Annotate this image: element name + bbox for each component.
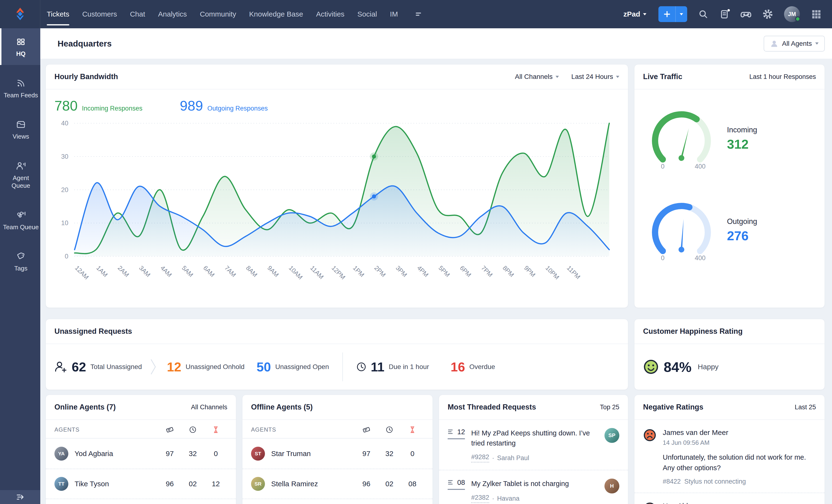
svg-text:30: 30	[61, 153, 68, 160]
notification-dot	[727, 9, 730, 11]
thread-count: 08	[448, 479, 465, 490]
rater-name: Han Alderan	[663, 502, 702, 504]
bandwidth-area-chart[interactable]: 01020304012AM1AM2AM3AM4AM5AM6AM7AM8AM9AM…	[53, 116, 619, 284]
ticket-id[interactable]: #8422	[663, 478, 681, 485]
agent-time: 02	[378, 480, 401, 488]
svg-text:10AM: 10AM	[287, 264, 304, 281]
negative-rating-item[interactable]: James van der Meer 14 Jun 09:56 AM Unfor…	[634, 420, 825, 493]
sad-face-icon	[643, 502, 656, 504]
total-unassigned-stat[interactable]: 62 Total Unassigned	[72, 360, 142, 374]
svg-text:10: 10	[61, 219, 68, 227]
person-icon	[770, 39, 779, 48]
svg-text:4AM: 4AM	[159, 264, 173, 278]
unassigned-open-label: Unassigned Open	[275, 363, 329, 371]
svg-text:3PM: 3PM	[394, 264, 409, 278]
agent-row[interactable]: TT Tike Tyson 96 02 12	[46, 469, 236, 499]
svg-text:6AM: 6AM	[202, 264, 216, 278]
incoming-total: 780	[54, 98, 78, 114]
thread-count: 12	[448, 428, 465, 439]
hourly-bandwidth-card: Hourly Bandwidth All Channels Last 24 Ho…	[46, 64, 628, 308]
agent-tickets: 96	[158, 480, 181, 488]
vertical-divider	[342, 352, 343, 381]
most-threaded-requests-card: Most Threaded Requests Top 25 12 Hi! My …	[439, 395, 628, 504]
sidebar-collapse-button[interactable]	[0, 490, 40, 504]
agent-row[interactable]: MW Mayra Walker 72 91 03	[242, 499, 433, 504]
sidebar-item-team-queue[interactable]: Team Queue	[0, 203, 40, 238]
nav-tab-knowledge-base[interactable]: Knowledge Base	[243, 0, 310, 28]
nav-tab-community[interactable]: Community	[193, 0, 243, 28]
channel-filter-dropdown[interactable]: All Channels	[515, 73, 559, 81]
thread-item[interactable]: 12 Hi! My zPad Keeps shutting down. I’ve…	[439, 420, 628, 470]
ticket-id[interactable]: #2382	[471, 494, 489, 503]
svg-text:12AM: 12AM	[74, 264, 90, 281]
hourglass-icon	[409, 426, 416, 433]
svg-text:1PM: 1PM	[352, 264, 366, 278]
negative-rating-item[interactable]: Han Alderan	[634, 493, 825, 504]
agent-row[interactable]: YA Yod Agbaria 97 32 0	[46, 439, 236, 469]
agent-overdue: 12	[204, 480, 227, 488]
thread-item[interactable]: 08 My Zylker Tablet is not charging #238…	[439, 470, 628, 504]
happiness-value: 84%	[664, 359, 692, 375]
chevron-down-icon	[616, 76, 619, 78]
nav-tab-analytics[interactable]: Analytics	[152, 0, 193, 28]
due-value: 11	[371, 360, 384, 374]
svg-text:400: 400	[695, 163, 705, 170]
plus-icon[interactable]	[658, 6, 676, 22]
dashboard-body: Hourly Bandwidth All Channels Last 24 Ho…	[40, 59, 832, 504]
gear-icon[interactable]	[762, 9, 773, 20]
time-range-dropdown[interactable]: Last 24 Hours	[571, 73, 619, 81]
total-unassigned-value: 62	[72, 360, 86, 374]
agent-row[interactable]: SR Stella Ramirez 96 02 08	[242, 469, 433, 499]
add-options-caret[interactable]	[676, 6, 687, 22]
all-agents-dropdown[interactable]: All Agents	[764, 36, 825, 52]
unassigned-onhold-stat[interactable]: 12 Unassigned Onhold	[167, 360, 244, 374]
due-in-1-hour-stat[interactable]: 11 Due in 1 hour	[356, 360, 429, 374]
nav-tab-activities[interactable]: Activities	[310, 0, 351, 28]
sidebar-item-hq[interactable]: HQ	[0, 28, 40, 65]
live-traffic-card: Live Traffic Last 1 hour Responses 0400 …	[634, 64, 825, 308]
app-launcher-icon[interactable]	[811, 9, 822, 20]
incoming-gauge-row: 0400 Incoming 312	[634, 107, 825, 170]
ticket-subject: Stylus not connecting	[684, 478, 746, 485]
agent-row[interactable]: JY Jo Yung 72 91 06	[46, 499, 236, 504]
feeds-notebook-icon[interactable]	[719, 9, 729, 19]
threads-range-label: Top 25	[600, 403, 619, 411]
agents-column-header: AGENTS	[251, 426, 355, 433]
sidebar-item-views[interactable]: Views	[0, 112, 40, 148]
chevron-down-icon	[643, 13, 646, 15]
time-column-icon	[378, 426, 401, 433]
nav-tab-customers[interactable]: Customers	[76, 0, 124, 28]
agent-row[interactable]: ST Star Truman 97 32 0	[242, 439, 433, 469]
nav-overflow-icon[interactable]	[414, 10, 423, 19]
agents-column-header: AGENTS	[54, 426, 158, 433]
nav-tab-im[interactable]: IM	[383, 0, 404, 28]
chevron-down-icon	[815, 43, 818, 45]
sidebar-item-label: Views	[13, 133, 29, 140]
search-icon[interactable]	[698, 9, 708, 19]
nav-tab-tickets[interactable]: Tickets	[40, 0, 76, 28]
unassigned-open-stat[interactable]: 50 Unassigned Open	[257, 360, 329, 374]
agent-tickets: 97	[158, 450, 181, 458]
primary-nav: Tickets Customers Chat Analytics Communi…	[40, 0, 423, 28]
workspace-dropdown[interactable]: zPad	[623, 10, 646, 18]
nav-tab-social[interactable]: Social	[351, 0, 384, 28]
gamescope-icon[interactable]	[740, 9, 751, 20]
sidebar-item-tags[interactable]: Tags	[0, 244, 40, 280]
sidebar-item-team-feeds[interactable]: Team Feeds	[0, 71, 40, 106]
outgoing-gauge-row: 0400 Outgoing 276	[634, 199, 825, 262]
app-logo[interactable]	[0, 0, 40, 28]
sad-face-icon	[643, 428, 656, 442]
person-plus-icon	[54, 361, 67, 373]
add-ticket-split-button[interactable]	[658, 6, 687, 22]
overdue-stat[interactable]: 16 Overdue	[450, 360, 495, 374]
nav-tab-chat[interactable]: Chat	[124, 0, 152, 28]
avatar-initials: JM	[788, 11, 796, 18]
thread-title: My Zylker Tablet is not charging	[471, 479, 598, 489]
agent-tickets: 96	[355, 480, 378, 488]
user-avatar[interactable]: JM	[784, 6, 800, 22]
desk-logo-icon	[13, 7, 28, 22]
ticket-id[interactable]: #9282	[471, 453, 489, 462]
sidebar-item-agent-queue[interactable]: Agent Queue	[0, 154, 40, 197]
agent-tickets: 97	[355, 450, 378, 458]
agent-filter-label: All Agents	[782, 40, 812, 48]
